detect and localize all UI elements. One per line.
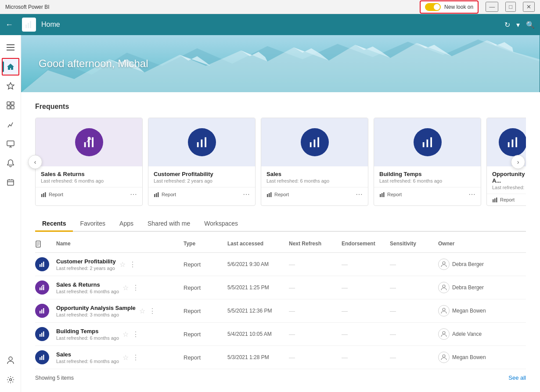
freq-card-customer-profitability[interactable]: Customer Profitability Last refreshed: 2… — [148, 118, 256, 206]
owner-avatar — [438, 305, 450, 316]
row-next-refresh: — — [289, 261, 342, 268]
svg-rect-7 — [7, 47, 14, 48]
svg-rect-39 — [158, 192, 159, 197]
more-options-icon[interactable]: ⋯ — [130, 190, 137, 198]
sidebar-item-alerts[interactable] — [2, 155, 19, 172]
freq-card-name: Customer Profitability — [154, 171, 250, 177]
sidebar-item-workspace[interactable] — [2, 174, 19, 191]
sidebar-item-metrics[interactable] — [2, 116, 19, 133]
svg-rect-27 — [84, 142, 86, 147]
row-name-cell: Opportunity Analysis Sample Last refresh… — [56, 305, 184, 317]
freq-icon — [188, 128, 216, 156]
freq-card-type: Report — [492, 197, 515, 203]
new-look-badge[interactable]: New look on — [420, 0, 479, 14]
table-row: Customer Profitability Last refreshed: 2… — [35, 253, 526, 276]
close-button[interactable]: ✕ — [523, 2, 535, 12]
svg-rect-35 — [201, 140, 202, 147]
next-button[interactable]: › — [511, 155, 525, 169]
svg-point-62 — [443, 262, 445, 264]
more-options-icon[interactable]: ⋯ — [243, 190, 250, 198]
favorite-star[interactable]: ☆ — [139, 307, 145, 315]
minimize-button[interactable]: — — [486, 2, 498, 12]
dropdown-icon[interactable]: ▾ — [516, 21, 520, 29]
nav-bar: ← Home ↻ ▾ 🔍 — [0, 14, 540, 35]
row-icon-cell — [35, 350, 56, 364]
more-icon[interactable]: ⋮ — [129, 260, 136, 269]
back-button[interactable]: ← — [5, 20, 13, 29]
row-icon-cell — [35, 327, 56, 341]
frequents-row: Sales & Returns Last refreshed: 6 months… — [35, 118, 526, 206]
maximize-button[interactable]: □ — [505, 2, 516, 12]
row-next-refresh: — — [289, 284, 342, 291]
showing-label: Showing 5 items — [35, 375, 74, 381]
favorite-star[interactable]: ☆ — [122, 284, 129, 292]
col-icon — [35, 241, 56, 249]
svg-rect-53 — [512, 140, 514, 147]
sidebar-item-profile[interactable] — [2, 352, 19, 369]
svg-rect-32 — [43, 193, 44, 197]
more-icon[interactable]: ⋮ — [132, 353, 139, 362]
more-icon[interactable]: ⋮ — [132, 330, 139, 338]
tab-shared[interactable]: Shared with me — [140, 216, 197, 232]
owner-avatar — [438, 328, 450, 340]
freq-card-sub: Last refreshed: 6 months ago — [41, 178, 137, 183]
favorite-star[interactable]: ☆ — [122, 353, 129, 362]
sidebar-item-monitor[interactable] — [2, 135, 19, 153]
see-all-link[interactable]: See all — [508, 374, 526, 381]
more-icon[interactable]: ⋮ — [149, 307, 156, 315]
freq-card-sales-returns[interactable]: Sales & Returns Last refreshed: 6 months… — [35, 118, 143, 206]
sidebar-item-home[interactable] — [2, 58, 19, 76]
row-name-cell: Sales & Returns Last refreshed: 6 months… — [56, 281, 184, 294]
row-next-refresh: — — [289, 331, 342, 338]
svg-rect-59 — [40, 264, 41, 267]
freq-card-name: Building Temps — [379, 171, 475, 177]
col-last-accessed: Last accessed — [227, 241, 289, 249]
sidebar-item-favorites[interactable] — [2, 77, 19, 95]
svg-rect-28 — [88, 140, 90, 147]
svg-point-79 — [443, 355, 445, 357]
svg-rect-61 — [43, 262, 44, 267]
svg-rect-44 — [269, 193, 270, 197]
svg-rect-63 — [40, 288, 41, 290]
row-owner: Megan Bowen — [438, 305, 526, 316]
col-owner: Owner — [438, 241, 526, 249]
more-options-icon[interactable]: ⋯ — [468, 190, 475, 198]
svg-rect-5 — [30, 21, 31, 28]
row-sensitivity: — — [390, 307, 438, 314]
tab-recents[interactable]: Recents — [35, 216, 73, 232]
title-bar: Microsoft Power BI New look on — □ ✕ — [0, 0, 540, 14]
freq-card-sales[interactable]: Sales Last refreshed: 6 months ago Repor… — [261, 118, 368, 206]
row-sensitivity: — — [390, 261, 438, 268]
search-icon[interactable]: 🔍 — [526, 21, 535, 29]
sidebar-item-settings[interactable] — [2, 371, 19, 388]
freq-card-type: Report — [154, 191, 176, 198]
frequents-wrapper: ‹ Sales & Returns Last refreshed: 6 mont… — [35, 118, 526, 206]
freq-card-bottom: Building Temps Last refreshed: 6 months … — [374, 166, 481, 187]
row-sensitivity: — — [390, 284, 438, 291]
new-look-toggle[interactable] — [425, 3, 441, 11]
favorite-star[interactable]: ☆ — [119, 260, 126, 269]
favorite-star[interactable]: ☆ — [122, 330, 129, 338]
refresh-icon[interactable]: ↻ — [504, 21, 510, 29]
col-endorsement: Endorsement — [342, 241, 390, 249]
freq-card-building-temps[interactable]: Building Temps Last refreshed: 6 months … — [374, 118, 481, 206]
freq-card-type: Report — [41, 191, 63, 198]
prev-button[interactable]: ‹ — [28, 155, 42, 169]
tab-workspaces[interactable]: Workspaces — [197, 216, 245, 232]
sidebar-item-menu[interactable] — [2, 39, 19, 56]
svg-rect-41 — [313, 140, 315, 147]
tab-favorites[interactable]: Favorites — [73, 216, 112, 232]
row-icon-cell — [35, 281, 56, 295]
svg-rect-43 — [267, 194, 268, 197]
row-last-accessed: 5/5/2021 12:36 PM — [227, 308, 289, 314]
sidebar-item-apps[interactable] — [2, 97, 19, 114]
svg-rect-33 — [45, 192, 46, 197]
owner-avatar — [438, 259, 450, 270]
svg-rect-34 — [197, 142, 198, 147]
col-sensitivity: Sensitivity — [390, 241, 438, 249]
more-icon[interactable]: ⋮ — [132, 284, 139, 292]
svg-rect-47 — [426, 140, 428, 147]
tab-apps[interactable]: Apps — [112, 216, 140, 232]
more-options-icon[interactable]: ⋯ — [356, 190, 363, 198]
row-last-accessed: 5/5/2021 1:25 PM — [227, 284, 289, 291]
